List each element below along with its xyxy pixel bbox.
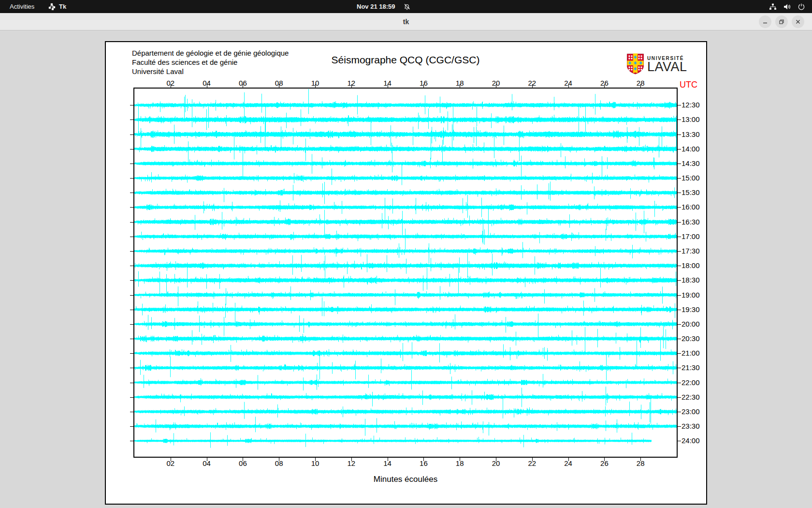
row-tick-left bbox=[130, 134, 133, 135]
x-tick-label-bottom: 28 bbox=[632, 459, 649, 467]
utc-row-label: 22:30 bbox=[682, 393, 700, 401]
row-tick-left bbox=[130, 368, 133, 368]
utc-row-label: 17:00 bbox=[682, 233, 700, 240]
x-tick-label-top: 28 bbox=[632, 79, 649, 87]
x-tick-label-top: 08 bbox=[271, 79, 287, 87]
utc-row-label: 12:30 bbox=[682, 101, 700, 109]
x-tick-label-top: 12 bbox=[343, 79, 360, 87]
row-tick-left bbox=[130, 105, 133, 105]
row-tick-left bbox=[130, 310, 133, 310]
row-tick-left bbox=[130, 383, 133, 383]
app-menu-label: Tk bbox=[59, 3, 66, 10]
x-tick-label-bottom: 12 bbox=[343, 459, 360, 467]
row-tick-right bbox=[678, 412, 681, 412]
tk-app-icon bbox=[48, 3, 56, 10]
row-tick-right bbox=[678, 368, 681, 368]
utc-row-label: 17:30 bbox=[682, 247, 700, 255]
close-button[interactable] bbox=[792, 15, 804, 28]
x-tick-label-bottom: 16 bbox=[415, 459, 432, 467]
minimize-button[interactable] bbox=[759, 15, 771, 28]
utc-row-label: 21:00 bbox=[682, 349, 700, 357]
chart-title: Séismographe QCQ (CGC/GSC) bbox=[134, 54, 677, 66]
row-tick-right bbox=[678, 237, 681, 237]
row-tick-right bbox=[678, 149, 681, 149]
utc-row-label: 18:30 bbox=[682, 276, 700, 284]
utc-row-label: 13:00 bbox=[682, 116, 700, 123]
window-controls bbox=[759, 15, 804, 28]
activities-button[interactable]: Activities bbox=[6, 0, 38, 13]
utc-row-label: 24:00 bbox=[682, 437, 700, 445]
x-tick-label-bottom: 06 bbox=[234, 459, 251, 467]
row-tick-left bbox=[130, 426, 133, 427]
utc-row-label: 14:30 bbox=[682, 160, 700, 167]
row-tick-left bbox=[130, 149, 133, 149]
utc-row-label: 16:00 bbox=[682, 203, 700, 211]
row-tick-right bbox=[678, 426, 681, 427]
utc-axis-label: UTC bbox=[680, 80, 697, 90]
row-tick-right bbox=[678, 266, 681, 266]
row-tick-left bbox=[130, 120, 133, 120]
x-tick-label-top: 26 bbox=[596, 79, 612, 87]
utc-row-label: 19:30 bbox=[682, 306, 700, 314]
row-tick-right bbox=[678, 383, 681, 383]
row-tick-right bbox=[678, 353, 681, 354]
x-tick-label-bottom: 08 bbox=[271, 459, 287, 467]
clock-menu[interactable]: Nov 21 18:59 bbox=[357, 0, 411, 13]
x-axis-title: Minutes écoulées bbox=[134, 475, 677, 484]
utc-row-label: 21:30 bbox=[682, 364, 700, 372]
utc-row-label: 19:00 bbox=[682, 291, 700, 299]
x-tick-label-top: 04 bbox=[199, 79, 215, 87]
row-tick-left bbox=[130, 193, 133, 193]
restore-button[interactable] bbox=[775, 15, 788, 28]
row-tick-left bbox=[130, 178, 133, 179]
gnome-top-bar: Activities Tk Nov 21 18:59 bbox=[0, 0, 812, 13]
row-tick-left bbox=[130, 397, 133, 398]
logo-laval-text: LAVAL bbox=[647, 61, 687, 73]
row-tick-left bbox=[130, 222, 133, 223]
row-tick-right bbox=[678, 441, 681, 441]
volume-icon bbox=[783, 3, 791, 11]
system-status-area[interactable] bbox=[769, 0, 805, 13]
x-tick-label-top: 06 bbox=[234, 79, 251, 87]
x-tick-label-top: 02 bbox=[162, 79, 179, 87]
row-tick-left bbox=[130, 324, 133, 325]
window-title-bar[interactable]: tk bbox=[0, 13, 812, 30]
row-tick-left bbox=[130, 251, 133, 252]
row-tick-right bbox=[678, 251, 681, 252]
utc-row-label: 16:30 bbox=[682, 218, 700, 226]
x-tick-label-top: 10 bbox=[307, 79, 323, 87]
utc-row-label: 14:00 bbox=[682, 145, 700, 153]
x-tick-label-top: 22 bbox=[524, 79, 540, 87]
row-tick-left bbox=[130, 412, 133, 412]
utc-row-label: 18:00 bbox=[682, 262, 700, 269]
utc-row-label: 22:00 bbox=[682, 379, 700, 387]
clock-label: Nov 21 18:59 bbox=[357, 3, 395, 10]
row-tick-left bbox=[130, 207, 133, 208]
row-tick-right bbox=[678, 178, 681, 179]
row-tick-left bbox=[130, 237, 133, 237]
x-tick-label-bottom: 14 bbox=[379, 459, 396, 467]
x-tick-label-top: 18 bbox=[451, 79, 468, 87]
row-tick-left bbox=[130, 280, 133, 281]
row-tick-right bbox=[678, 207, 681, 208]
x-tick-label-bottom: 22 bbox=[524, 459, 540, 467]
row-tick-right bbox=[678, 164, 681, 164]
x-tick-label-bottom: 04 bbox=[199, 459, 215, 467]
notifications-off-icon bbox=[403, 3, 411, 11]
row-tick-left bbox=[130, 339, 133, 339]
x-tick-label-bottom: 02 bbox=[162, 459, 179, 467]
utc-row-label: 13:30 bbox=[682, 131, 700, 138]
x-tick-label-bottom: 20 bbox=[488, 459, 504, 467]
row-tick-right bbox=[678, 310, 681, 310]
utc-row-label: 20:30 bbox=[682, 335, 700, 343]
row-tick-left bbox=[130, 295, 133, 296]
x-tick-label-bottom: 10 bbox=[307, 459, 323, 467]
x-tick-label-bottom: 26 bbox=[596, 459, 612, 467]
row-tick-right bbox=[678, 324, 681, 325]
utc-row-label: 15:00 bbox=[682, 174, 700, 182]
app-menu[interactable]: Tk bbox=[48, 0, 66, 13]
row-tick-right bbox=[678, 295, 681, 296]
x-tick-label-top: 20 bbox=[488, 79, 504, 87]
row-tick-right bbox=[678, 193, 681, 193]
window-title: tk bbox=[0, 13, 812, 30]
